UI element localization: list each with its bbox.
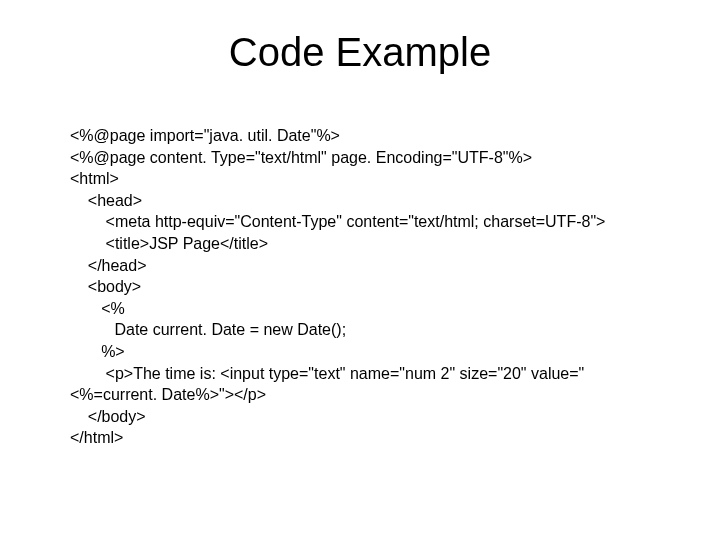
code-line: <p>The time is: <input type="text" name=… [70,365,584,404]
code-line: %> [70,343,125,360]
code-line: <% [70,300,125,317]
code-line: </body> [70,408,146,425]
code-line: </head> [70,257,147,274]
slide-title: Code Example [70,30,650,75]
slide: Code Example <%@page import="java. util.… [0,0,720,540]
code-line: <%@page content. Type="text/html" page. … [70,149,532,166]
code-line: </html> [70,429,123,446]
code-line: <head> [70,192,142,209]
code-line: <meta http-equiv="Content-Type" content=… [70,213,605,230]
code-line: Date current. Date = new Date(); [70,321,346,338]
code-line: <body> [70,278,141,295]
code-line: <%@page import="java. util. Date"%> [70,127,340,144]
code-line: <html> [70,170,119,187]
code-block: <%@page import="java. util. Date"%> <%@p… [70,125,650,449]
code-line: <title>JSP Page</title> [70,235,268,252]
